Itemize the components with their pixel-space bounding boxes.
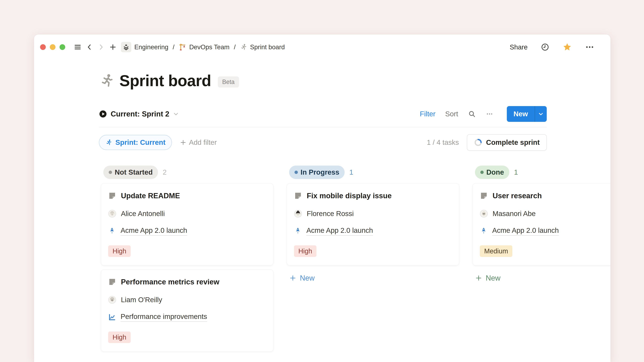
add-card-button[interactable]: New	[287, 270, 459, 286]
assignee-name: Masanori Abe	[492, 210, 536, 218]
project-row: Performance improvements	[108, 313, 266, 322]
search-icon	[468, 110, 476, 118]
back-button[interactable]	[85, 42, 94, 52]
project-link[interactable]: Acme App 2.0 launch	[492, 226, 559, 236]
breadcrumb-label: Engineering	[134, 43, 168, 51]
runner-icon	[105, 139, 112, 146]
filter-button[interactable]: Filter	[420, 110, 435, 118]
more-options-button[interactable]	[585, 42, 594, 52]
workspace-page-chip[interactable]	[121, 42, 131, 52]
page-icon	[294, 192, 302, 200]
plus-icon	[109, 43, 116, 51]
assignee-row: Florence Rossi	[294, 210, 452, 218]
task-progress-count: 1 / 4 tasks	[427, 138, 459, 146]
add-filter-label: Add filter	[189, 138, 217, 146]
add-card-label: New	[486, 274, 500, 282]
minimize-window-button[interactable]	[50, 44, 56, 50]
forward-button[interactable]	[96, 42, 106, 52]
runner-icon	[99, 73, 115, 89]
card-title: Fix mobile display issue	[307, 192, 392, 200]
plus-icon	[475, 275, 482, 281]
new-task-button[interactable]: New	[507, 106, 535, 122]
task-card[interactable]: Update README Alice Antonelli	[101, 183, 273, 266]
chevron-left-icon	[86, 44, 93, 50]
avatar	[480, 210, 488, 218]
breadcrumb-separator: /	[172, 43, 175, 51]
status-dot	[480, 171, 484, 174]
close-window-button[interactable]	[40, 44, 46, 50]
breadcrumb-item-devops-team[interactable]: DevOps Team	[178, 42, 230, 52]
sprint-filter-pill[interactable]: Sprint: Current	[99, 135, 172, 150]
crane-icon	[179, 43, 186, 51]
toolbar-divider	[99, 127, 547, 127]
column-in-progress: In Progress 1 Fix mobile display issue	[285, 161, 461, 289]
breadcrumb-separator: /	[234, 43, 236, 51]
breadcrumb-label: DevOps Team	[189, 43, 230, 51]
avatar	[294, 210, 302, 218]
stack-icon	[122, 43, 130, 51]
project-row: Acme App 2.0 launch	[480, 226, 610, 236]
new-task-dropdown-button[interactable]	[535, 106, 547, 122]
rocket-icon	[108, 227, 116, 235]
column-not-started: Not Started 2 Update README	[99, 161, 276, 362]
project-link[interactable]: Acme App 2.0 launch	[306, 226, 373, 236]
task-card[interactable]: Performance metrics review Liam O'Reilly	[101, 270, 273, 352]
updates-button[interactable]	[541, 43, 550, 51]
ellipsis-icon	[486, 110, 494, 118]
star-icon	[562, 42, 572, 52]
avatar	[108, 296, 116, 304]
add-filter-button[interactable]: Add filter	[180, 138, 217, 146]
chevron-right-icon	[98, 44, 104, 50]
column-header[interactable]: Not Started 2	[101, 166, 273, 183]
column-done: Done 1 User research	[470, 161, 610, 289]
runner-icon	[240, 43, 247, 51]
sidebar-menu-button[interactable]	[73, 42, 82, 52]
page-icon	[108, 278, 116, 286]
column-header[interactable]: Done 1	[472, 166, 610, 183]
rocket-icon	[294, 227, 302, 235]
new-page-button[interactable]	[108, 42, 118, 52]
priority-badge: High	[108, 332, 131, 343]
maximize-window-button[interactable]	[60, 44, 65, 50]
project-row: Acme App 2.0 launch	[294, 226, 452, 236]
status-label: In Progress	[300, 168, 339, 176]
plus-icon	[180, 139, 186, 146]
task-card[interactable]: User research Masanori Abe	[472, 183, 610, 266]
breadcrumb-item-engineering[interactable]: Engineering	[133, 43, 170, 51]
task-card[interactable]: Fix mobile display issue Florence Rossi	[287, 183, 459, 266]
app-window: Engineering / DevOps Team /	[34, 34, 610, 362]
status-pill-in-progress: In Progress	[289, 166, 345, 179]
view-selector[interactable]: Current: Sprint 2	[99, 110, 179, 118]
new-task-split-button: New	[507, 106, 547, 122]
favorite-button[interactable]	[562, 42, 572, 52]
page-icon	[108, 192, 116, 200]
assignee-row: Liam O'Reilly	[108, 296, 266, 304]
plus-icon	[290, 275, 296, 281]
complete-sprint-button[interactable]: Complete sprint	[467, 134, 547, 151]
priority-badge: Medium	[480, 245, 512, 257]
project-link[interactable]: Acme App 2.0 launch	[120, 226, 187, 236]
page-title[interactable]: Sprint board	[120, 72, 211, 90]
sort-button[interactable]: Sort	[445, 110, 458, 118]
status-label: Not Started	[115, 168, 152, 176]
chart-increasing-icon	[108, 313, 116, 321]
sprint-filter-label: Sprint: Current	[116, 138, 166, 146]
status-dot	[109, 171, 112, 174]
assignee-row: Alice Antonelli	[108, 210, 266, 218]
search-button[interactable]	[468, 110, 476, 118]
clock-icon	[541, 43, 550, 51]
column-header[interactable]: In Progress 1	[287, 166, 459, 183]
status-pill-not-started: Not Started	[103, 166, 158, 179]
card-title: User research	[492, 192, 542, 200]
play-circle-icon	[99, 110, 107, 118]
project-link[interactable]: Performance improvements	[120, 313, 207, 322]
avatar	[108, 210, 116, 218]
share-button[interactable]: Share	[510, 43, 528, 51]
breadcrumb-item-sprint-board[interactable]: Sprint board	[239, 43, 286, 51]
add-card-button[interactable]: New	[472, 270, 610, 286]
kanban-board: Not Started 2 Update README	[99, 161, 610, 362]
status-label: Done	[486, 168, 504, 176]
add-card-label: New	[300, 274, 314, 282]
view-options-button[interactable]	[486, 110, 494, 118]
window-controls	[40, 44, 65, 50]
